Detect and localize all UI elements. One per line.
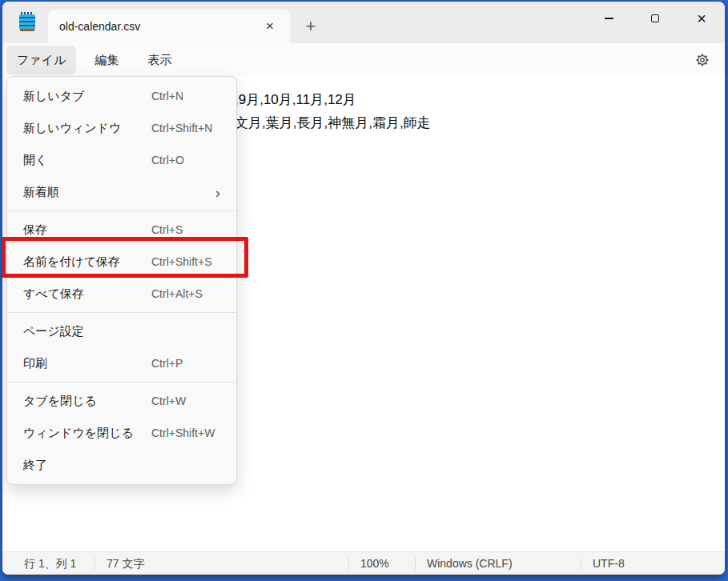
menu-item-shortcut: Ctrl+Shift+S <box>151 255 211 268</box>
new-tab-button[interactable]: + <box>299 14 323 38</box>
menu-item-label: 印刷 <box>23 356 47 371</box>
menu-separator <box>7 210 236 211</box>
menu-item-shortcut: Ctrl+Shift+N <box>151 122 212 134</box>
menu-item-save-as[interactable]: 名前を付けて保存 Ctrl+Shift+S <box>7 246 236 278</box>
menu-edit[interactable]: 編集 <box>84 46 129 74</box>
notepad-icon-body <box>19 14 35 30</box>
titlebar: old-calendar.csv × + × <box>2 2 725 43</box>
status-char-count: 77 文字 <box>107 557 144 571</box>
status-zoom-level[interactable]: 100% <box>360 557 389 570</box>
desktop: { "window": { "tab_title": "old-calendar… <box>0 0 728 581</box>
menu-item-print[interactable]: 印刷 Ctrl+P <box>7 347 236 379</box>
menu-item-label: 名前を付けて保存 <box>23 254 120 270</box>
menu-item-label: ウィンドウを閉じる <box>23 426 134 441</box>
minimize-button[interactable] <box>585 2 632 35</box>
tab-old-calendar-csv[interactable]: old-calendar.csv × <box>48 10 291 43</box>
status-separator <box>415 558 416 570</box>
menu-item-shortcut: Ctrl+N <box>151 90 183 102</box>
menu-item-page-setup[interactable]: ページ設定 <box>7 315 236 347</box>
menu-item-new-window[interactable]: 新しいウィンドウ Ctrl+Shift+N <box>7 112 236 144</box>
menu-file[interactable]: ファイル <box>6 46 76 74</box>
menu-item-shortcut: Ctrl+O <box>151 154 184 166</box>
submenu-chevron-icon: › <box>215 185 220 200</box>
status-separator <box>348 558 349 570</box>
menu-item-label: 新しいウィンドウ <box>23 121 121 136</box>
status-encoding[interactable]: UTF-8 <box>593 557 625 570</box>
menu-item-close-window[interactable]: ウィンドウを閉じる Ctrl+Shift+W <box>7 417 236 449</box>
menu-item-exit[interactable]: 終了 <box>7 449 236 481</box>
menu-view[interactable]: 表示 <box>137 46 182 74</box>
close-icon: × <box>697 10 706 26</box>
menu-item-label: ページ設定 <box>23 324 84 339</box>
maximize-icon <box>651 14 659 22</box>
menu-item-label: 開く <box>23 153 47 168</box>
menu-item-shortcut: Ctrl+Alt+S <box>151 287 203 300</box>
status-cursor-position: 行 1、列 1 <box>24 557 76 571</box>
notepad-window: old-calendar.csv × + × ファイル 編集 表示 <box>2 2 725 575</box>
menu-item-open[interactable]: 開く Ctrl+O <box>7 144 236 176</box>
statusbar: 行 1、列 1 77 文字 100% Windows (CRLF) UTF-8 <box>2 551 725 575</box>
menu-item-shortcut: Ctrl+P <box>151 357 183 370</box>
tab-title: old-calendar.csv <box>59 20 140 33</box>
menu-item-label: すべて保存 <box>23 286 84 302</box>
menu-item-label: 保存 <box>23 222 47 238</box>
menu-separator <box>7 382 236 383</box>
notepad-icon-base <box>20 29 34 31</box>
menu-item-label: 終了 <box>23 458 47 473</box>
menu-item-label: 新着順 <box>23 185 59 200</box>
menu-item-new-tab[interactable]: 新しいタブ Ctrl+N <box>7 80 236 112</box>
menu-item-recent[interactable]: 新着順 › <box>7 176 236 208</box>
maximize-button[interactable] <box>632 2 678 35</box>
tab-close-icon[interactable]: × <box>260 17 280 36</box>
menu-item-shortcut: Ctrl+S <box>151 223 183 236</box>
file-menu-dropdown: 新しいタブ Ctrl+N 新しいウィンドウ Ctrl+Shift+N 開く Ct… <box>6 76 237 485</box>
menu-item-shortcut: Ctrl+Shift+W <box>151 427 215 439</box>
status-separator <box>95 558 95 570</box>
menu-item-shortcut: Ctrl+W <box>151 395 186 407</box>
menu-item-label: タブを閉じる <box>23 394 97 409</box>
menubar: ファイル 編集 表示 <box>2 43 725 76</box>
settings-gear-icon[interactable] <box>695 53 710 67</box>
editor-visible-line-2: 文月,葉月,長月,神無月,霜月,師走 <box>235 114 431 132</box>
status-separator <box>581 558 581 570</box>
menu-item-save-all[interactable]: すべて保存 Ctrl+Alt+S <box>7 278 236 310</box>
menu-item-save[interactable]: 保存 Ctrl+S <box>7 214 236 246</box>
close-button[interactable]: × <box>678 2 725 35</box>
status-line-ending[interactable]: Windows (CRLF) <box>427 557 513 570</box>
menu-separator <box>7 312 236 313</box>
menu-item-close-tab[interactable]: タブを閉じる Ctrl+W <box>7 385 236 417</box>
plus-icon: + <box>306 16 316 37</box>
editor-visible-line-1: ,9月,10月,11月,12月 <box>235 90 356 109</box>
notepad-app-icon <box>19 12 35 33</box>
minimize-icon <box>605 18 613 18</box>
menu-item-label: 新しいタブ <box>23 89 84 104</box>
window-controls: × <box>585 2 725 35</box>
